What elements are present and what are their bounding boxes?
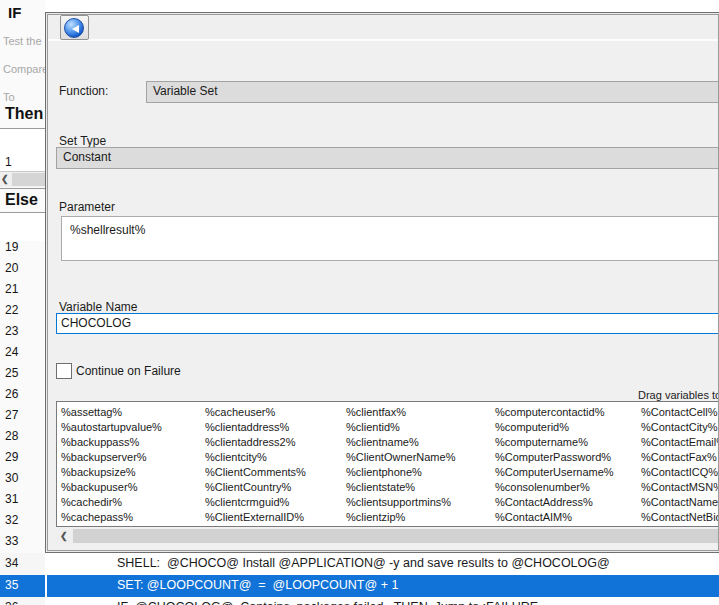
variable-name-input[interactable]: CHOCOLOG <box>56 313 719 334</box>
dialog-toolbar <box>48 15 718 41</box>
dialog-body: Function: Variable Set Set Type Constant… <box>47 14 719 551</box>
script-line-row[interactable]: 36IF @CHOCOLOG@ Contains packages failed… <box>0 597 719 605</box>
if-section-label: IF <box>8 4 21 21</box>
then-grid-hscrollbar[interactable]: ❮ <box>0 171 45 187</box>
variable-item[interactable]: %clientcity% <box>205 450 306 465</box>
drag-variables-hint: Drag variables to <box>638 389 719 401</box>
scroll-left-icon[interactable]: ❮ <box>1 174 9 184</box>
variable-item[interactable]: %clientcrmguid% <box>205 495 306 510</box>
row-number: 31 <box>5 492 18 506</box>
variable-item[interactable]: %backupuser% <box>61 480 162 495</box>
variable-item[interactable]: %ClientExternalID% <box>205 510 306 525</box>
function-label: Function: <box>59 84 108 98</box>
set-type-label: Set Type <box>59 134 106 148</box>
variable-item[interactable]: %backupsize% <box>61 465 162 480</box>
variable-item[interactable]: %ContactICQ% <box>641 465 719 480</box>
then-grid-row-number: 1 <box>5 155 12 169</box>
row-number: 23 <box>5 324 18 338</box>
if-hint-test: Test the <box>3 35 42 47</box>
script-line-text: SET: @LOOPCOUNT@ = @LOOPCOUNT@ + 1 <box>117 578 398 592</box>
variable-item[interactable]: %clientid% <box>346 420 455 435</box>
script-line-text: SHELL: @CHOCO@ Install @APPLICATION@ -y … <box>117 556 610 570</box>
variables-column: %cacheuser%%clientaddress%%clientaddress… <box>205 405 306 525</box>
variable-item[interactable]: %clientzip% <box>346 510 455 525</box>
function-editor-dialog: Function: Variable Set Set Type Constant… <box>45 12 719 553</box>
row-number: 26 <box>5 387 18 401</box>
row-number: 32 <box>5 513 18 527</box>
variable-item[interactable]: %ContactAddress% <box>495 495 614 510</box>
script-line-row[interactable]: 34SHELL: @CHOCO@ Install @APPLICATION@ -… <box>0 553 719 575</box>
variable-item[interactable]: %computercontactid% <box>495 405 614 420</box>
variables-column: %computercontactid%%computerid%%computer… <box>495 405 614 525</box>
back-button[interactable] <box>60 15 89 40</box>
parameter-label: Parameter <box>59 200 115 214</box>
row-number: 33 <box>5 534 18 548</box>
variable-item[interactable]: %cachedir% <box>61 495 162 510</box>
script-line-row[interactable]: 35SET: @LOOPCOUNT@ = @LOOPCOUNT@ + 1 <box>0 575 719 597</box>
variable-item[interactable]: %ContactFax% <box>641 450 719 465</box>
script-line-number: 35 <box>5 578 18 592</box>
variable-item[interactable]: %cachepass% <box>61 510 162 525</box>
variable-item[interactable]: %clientstate% <box>346 480 455 495</box>
row-number: 30 <box>5 471 18 485</box>
variable-item[interactable]: %computerid% <box>495 420 614 435</box>
if-hint-to: To <box>3 91 15 103</box>
row-number: 21 <box>5 282 18 296</box>
variable-item[interactable]: %ContactAIM% <box>495 510 614 525</box>
variables-hscrollbar[interactable]: ❮ <box>56 528 719 544</box>
variable-item[interactable]: %ContactMSN% <box>641 480 719 495</box>
variables-column: %ContactCell%%ContactCity%%ContactEmail%… <box>641 405 719 525</box>
variable-name-label: Variable Name <box>59 300 137 314</box>
script-line-number: 36 <box>5 600 18 605</box>
row-number: 28 <box>5 429 18 443</box>
parameter-input[interactable]: %shellresult% <box>61 216 719 261</box>
variable-item[interactable]: %ComputerUsername% <box>495 465 614 480</box>
variable-item[interactable]: %ComputerPassword% <box>495 450 614 465</box>
script-line-number-cell: 36 <box>0 597 45 605</box>
set-type-dropdown[interactable]: Constant <box>56 147 719 169</box>
row-number: 27 <box>5 408 18 422</box>
back-arrow-icon <box>64 18 84 38</box>
variable-item[interactable]: %ClientComments% <box>205 465 306 480</box>
script-line-number: 34 <box>5 556 18 570</box>
variable-item[interactable]: %ContactCell% <box>641 405 719 420</box>
scrollbar-thumb[interactable] <box>73 529 719 543</box>
variable-item[interactable]: %clientfax% <box>346 405 455 420</box>
function-dropdown[interactable]: Variable Set <box>146 81 719 103</box>
variable-item[interactable]: %autostartupvalue% <box>61 420 162 435</box>
variable-item[interactable]: %backuppass% <box>61 435 162 450</box>
variable-item[interactable]: %ContactName% <box>641 495 719 510</box>
if-hint-compare: Compare <box>3 63 48 75</box>
scroll-left-icon[interactable]: ❮ <box>60 531 68 541</box>
variable-item[interactable]: %clientaddress2% <box>205 435 306 450</box>
row-number: 24 <box>5 345 18 359</box>
variable-item[interactable]: %clientphone% <box>346 465 455 480</box>
variable-item[interactable]: %ContactNetBios% <box>641 510 719 525</box>
scrollbar-thumb[interactable] <box>12 173 45 186</box>
variables-listbox[interactable]: %assettag%%autostartupvalue%%backuppass%… <box>56 401 719 527</box>
variable-item[interactable]: %assettag% <box>61 405 162 420</box>
row-number: 25 <box>5 366 18 380</box>
variable-item[interactable]: %clientaddress% <box>205 420 306 435</box>
variable-item[interactable]: %clientsupportmins% <box>346 495 455 510</box>
row-number: 20 <box>5 261 18 275</box>
row-number: 29 <box>5 450 18 464</box>
continue-on-failure-checkbox[interactable] <box>56 363 72 379</box>
variable-item[interactable]: %ContactEmail% <box>641 435 719 450</box>
script-line-number-cell: 35 <box>0 575 47 597</box>
variables-column: %clientfax%%clientid%%clientname%%Client… <box>346 405 455 525</box>
variable-item[interactable]: %computername% <box>495 435 614 450</box>
row-number: 22 <box>5 303 18 317</box>
variable-item[interactable]: %cacheuser% <box>205 405 306 420</box>
else-section-label: Else <box>5 191 38 209</box>
else-grid-area[interactable] <box>0 212 45 241</box>
script-line-number-cell: 34 <box>0 553 45 575</box>
then-section-label: Then <box>5 105 43 123</box>
variable-item[interactable]: %ClientCountry% <box>205 480 306 495</box>
variable-item[interactable]: %backupserver% <box>61 450 162 465</box>
variable-item[interactable]: %consolenumber% <box>495 480 614 495</box>
variable-item[interactable]: %ContactCity% <box>641 420 719 435</box>
variable-item[interactable]: %clientname% <box>346 435 455 450</box>
script-line-text: IF @CHOCOLOG@ Contains packages failed T… <box>117 600 538 605</box>
variable-item[interactable]: %ClientOwnerName% <box>346 450 455 465</box>
